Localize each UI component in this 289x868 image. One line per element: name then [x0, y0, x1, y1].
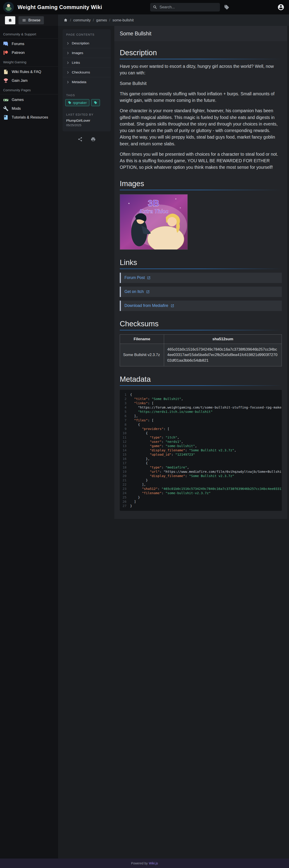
external-link-icon — [146, 290, 150, 293]
table-row: Some Bullshit v2.3.7z 465c01b0c1516c5734… — [120, 344, 282, 366]
page-contents-panel: PAGE CONTENTS DescriptionImagesLinksChec… — [63, 29, 111, 131]
tags-browse-icon[interactable] — [224, 4, 229, 10]
line-number: 25 — [120, 495, 130, 500]
wrench-icon — [3, 106, 8, 111]
toc-item-links[interactable]: Links — [63, 58, 111, 67]
app-title[interactable]: Weight Gaming Community Wiki — [17, 4, 102, 10]
toc-item-metadata[interactable]: Metadata — [63, 77, 111, 87]
breadcrumb-home-icon[interactable] — [64, 18, 68, 22]
line-number: 3 — [120, 401, 130, 405]
code-line: 14 "display_filename": "Some Bullshit v2… — [120, 448, 282, 453]
home-button[interactable] — [5, 16, 15, 24]
code-text: "upload_id": "12149723" — [130, 453, 282, 457]
sidebar-item-mods[interactable]: Mods — [0, 104, 58, 113]
link-label: Forum Post — [124, 275, 145, 280]
footer: Powered by Wiki.js — [0, 859, 289, 868]
link-row-download-from-mediafire[interactable]: Download from Mediafire — [120, 301, 282, 311]
account-icon[interactable] — [277, 4, 285, 11]
sidebar-section-header: Weight Gaming — [0, 57, 58, 66]
code-text: ], — [130, 414, 282, 418]
line-number: 21 — [120, 478, 130, 483]
section-heading-links: Links — [120, 258, 282, 267]
code-line: 22 ], — [120, 483, 282, 487]
rules-icon — [3, 69, 8, 74]
sidebar-item-label: Forums — [12, 42, 24, 46]
code-line: 17 { — [120, 461, 282, 465]
code-text: "game": "some-bullshit", — [130, 444, 282, 448]
search-bar[interactable] — [150, 3, 220, 11]
game-screenshot-image[interactable]: 3B Extra Thicc — [120, 194, 188, 250]
code-line: 3 "links": [ — [120, 401, 282, 405]
link-row-forum-post[interactable]: Forum Post — [120, 273, 282, 283]
description-paragraph: Some Bullshit — [120, 80, 282, 87]
tag-icon — [68, 101, 71, 104]
code-text: "providers": [ — [130, 427, 282, 431]
line-number: 2 — [120, 397, 130, 401]
heading-rule — [120, 385, 282, 386]
link-label: Get on Itch — [124, 289, 144, 294]
page-contents-heading: PAGE CONTENTS — [63, 33, 111, 36]
last-edited-author[interactable]: PlumpGirlLover — [63, 119, 111, 123]
sidebar-item-forums[interactable]: Forums — [0, 39, 58, 48]
line-number: 13 — [120, 444, 130, 448]
sidebar-item-label: Patreon — [12, 51, 25, 55]
forums-icon — [3, 41, 8, 46]
code-line: 21 } — [120, 478, 282, 483]
link-row-get-on-itch[interactable]: Get on Itch — [120, 287, 282, 297]
code-line: 23 "sha512": "465c01b0c1516c5734249c7840… — [120, 487, 282, 491]
line-number: 26 — [120, 500, 130, 504]
sidebar-item-patreon[interactable]: Patreon — [0, 48, 58, 57]
code-text: { — [130, 423, 282, 427]
toc-item-images[interactable]: Images — [63, 48, 111, 58]
site-logo-icon — [3, 2, 14, 12]
sidebar-item-wiki-rules-faq[interactable]: Wiki Rules & FAQ — [0, 67, 58, 76]
sidebar-item-gain-jam[interactable]: Gain Jam — [0, 76, 58, 85]
sidebar-item-tutorials-resources[interactable]: Tutorials & Resources — [0, 113, 58, 122]
game-art: 3B Extra Thicc — [120, 194, 187, 249]
code-text: "user": "nerds1", — [130, 440, 282, 444]
browse-button[interactable]: Browse — [19, 16, 44, 24]
code-line: 20 "display_filename": "Some Bullshit v2… — [120, 474, 282, 478]
footer-wikijs-link[interactable]: Wiki.js — [149, 862, 158, 865]
code-text: "display_filename": "Some Bullshit v2.3.… — [130, 448, 282, 453]
code-text: "url": "https://www.mediafire.com/file/6… — [130, 470, 282, 474]
link-label: Download from Mediafire — [124, 303, 168, 308]
breadcrumb-item-games[interactable]: games — [96, 18, 107, 22]
line-number: 5 — [120, 410, 130, 414]
breadcrumb-item-some-bullshit[interactable]: some-bullshit — [113, 18, 134, 22]
trophy-icon — [3, 78, 8, 83]
checksums-header-row: Filename sha512sum — [120, 334, 282, 344]
search-input[interactable] — [159, 5, 217, 9]
breadcrumb-item-community[interactable]: community — [73, 18, 91, 22]
article-body: Description Have you ever wanted to esco… — [114, 41, 287, 511]
line-number: 19 — [120, 470, 130, 474]
tag-chip-rpgmaker[interactable]: rpgmaker — [65, 99, 89, 106]
code-line: 15 "upload_id": "12149723" — [120, 453, 282, 457]
browse-label: Browse — [28, 18, 40, 22]
line-number: 10 — [120, 431, 130, 435]
code-text: ], — [130, 483, 282, 487]
code-text: "sha512": "465c01b0c1516c5734249c7840c16… — [130, 487, 282, 491]
site-logo[interactable] — [3, 2, 14, 12]
code-text: { — [130, 393, 282, 397]
toc-item-description[interactable]: Description — [63, 38, 111, 48]
browse-tags-button[interactable] — [91, 99, 100, 106]
section-heading-images: Images — [120, 179, 282, 188]
code-line: 11 "type": "itch", — [120, 435, 282, 440]
line-number: 16 — [120, 457, 130, 461]
sidebar-item-label: Wiki Rules & FAQ — [12, 70, 41, 74]
print-icon[interactable] — [91, 137, 96, 142]
sidebar-item-games[interactable]: Games — [0, 95, 58, 104]
checksums-table: Filename sha512sum Some Bullshit v2.3.7z… — [120, 334, 282, 367]
chevron-right-icon — [66, 42, 70, 45]
code-line: 19 "url": "https://www.mediafire.com/fil… — [120, 470, 282, 474]
main-region: PAGE CONTENTS DescriptionImagesLinksChec… — [58, 26, 289, 859]
line-number: 8 — [120, 423, 130, 427]
line-number: 18 — [120, 465, 130, 470]
share-icon[interactable] — [78, 137, 83, 142]
toc-item-checksums[interactable]: Checksums — [63, 67, 111, 77]
line-number: 17 — [120, 461, 130, 465]
line-number: 14 — [120, 448, 130, 453]
sidebar-item-label: Games — [12, 98, 24, 102]
tags-heading: TAGS — [63, 94, 111, 97]
